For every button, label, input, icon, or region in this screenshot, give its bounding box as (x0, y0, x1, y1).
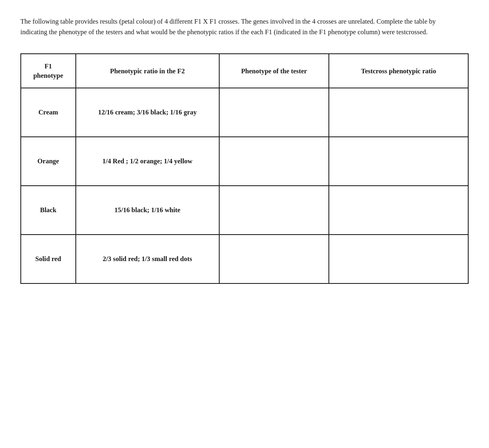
header-f1-phenotype: F1 phenotype (21, 54, 76, 88)
tester-cream (219, 88, 329, 137)
f1-phenotype-solid-red: Solid red (21, 235, 76, 283)
f1-phenotype-black: Black (21, 186, 76, 235)
f1-phenotype-orange: Orange (21, 137, 76, 186)
testcross-orange (329, 137, 468, 186)
ratio-orange: 1/4 Red ; 1/2 orange; 1/4 yellow (76, 137, 219, 186)
testcross-black (329, 186, 468, 235)
tester-orange (219, 137, 329, 186)
header-tester-phenotype: Phenotype of the tester (219, 54, 329, 88)
ratio-black: 15/16 black; 1/16 white (76, 186, 219, 235)
table-row: Black 15/16 black; 1/16 white (21, 186, 468, 235)
table-row: Solid red 2/3 solid red; 1/3 small red d… (21, 235, 468, 283)
header-testcross-ratio: Testcross phenotypic ratio (329, 54, 468, 88)
intro-paragraph: The following table provides results (pe… (20, 16, 452, 37)
tester-solid-red (219, 235, 329, 283)
tester-black (219, 186, 329, 235)
ratio-solid-red: 2/3 solid red; 1/3 small red dots (76, 235, 219, 283)
ratio-cream: 12/16 cream; 3/16 black; 1/16 gray (76, 88, 219, 137)
f1-phenotype-cream: Cream (21, 88, 76, 137)
genetics-table: F1 phenotype Phenotypic ratio in the F2 … (20, 53, 469, 284)
table-row: Cream 12/16 cream; 3/16 black; 1/16 gray (21, 88, 468, 137)
testcross-solid-red (329, 235, 468, 283)
testcross-cream (329, 88, 468, 137)
header-phenotypic-ratio: Phenotypic ratio in the F2 (76, 54, 219, 88)
table-header-row: F1 phenotype Phenotypic ratio in the F2 … (21, 54, 468, 88)
table-row: Orange 1/4 Red ; 1/2 orange; 1/4 yellow (21, 137, 468, 186)
